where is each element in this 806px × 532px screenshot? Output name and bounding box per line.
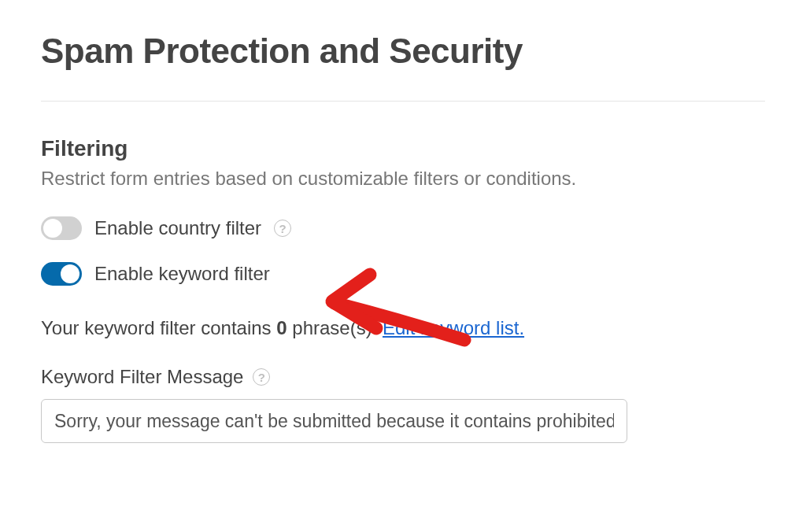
section-divider <box>41 101 765 102</box>
info-suffix: phrase(s). <box>287 317 383 338</box>
help-icon[interactable]: ? <box>253 368 270 386</box>
country-filter-toggle[interactable] <box>41 216 82 240</box>
keyword-filter-info: Your keyword filter contains 0 phrase(s)… <box>41 317 765 339</box>
toggle-knob <box>43 219 62 238</box>
keyword-filter-row: Enable keyword filter <box>41 262 765 286</box>
country-filter-label: Enable country filter <box>94 217 261 239</box>
help-icon[interactable]: ? <box>274 220 291 237</box>
edit-keyword-list-link[interactable]: Edit keyword list. <box>383 317 524 338</box>
keyword-filter-toggle[interactable] <box>41 262 82 286</box>
page-title: Spam Protection and Security <box>41 31 765 71</box>
keyword-filter-message-input[interactable] <box>41 399 627 443</box>
phrase-count: 0 <box>276 317 287 338</box>
keyword-message-label-row: Keyword Filter Message ? <box>41 366 765 388</box>
keyword-message-label: Keyword Filter Message <box>41 366 243 388</box>
filtering-section: Filtering Restrict form entries based on… <box>41 136 765 443</box>
toggle-knob <box>61 264 79 283</box>
keyword-filter-label: Enable keyword filter <box>94 263 270 285</box>
filtering-title: Filtering <box>41 136 765 161</box>
filtering-description: Restrict form entries based on customiza… <box>41 168 765 190</box>
info-prefix: Your keyword filter contains <box>41 317 276 338</box>
country-filter-row: Enable country filter ? <box>41 216 765 240</box>
